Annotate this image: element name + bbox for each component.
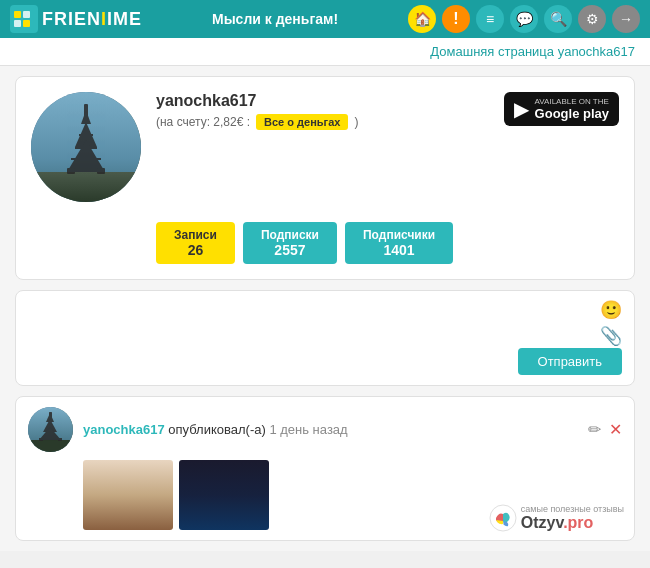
balance-close: ) xyxy=(354,115,358,129)
svg-rect-22 xyxy=(58,438,62,441)
svg-rect-11 xyxy=(97,168,105,174)
svg-rect-13 xyxy=(75,147,97,149)
stat-posts-label: Записи xyxy=(174,228,217,242)
send-button[interactable]: Отправить xyxy=(518,348,622,375)
svg-rect-3 xyxy=(23,20,30,27)
google-play-text: AVAILABLE ON THE Google play xyxy=(535,97,609,121)
menu-icon-btn[interactable]: ≡ xyxy=(476,5,504,33)
logo: FRIENIIME xyxy=(10,5,142,33)
attachment-icon[interactable]: 📎 xyxy=(600,325,622,347)
svg-rect-21 xyxy=(39,438,43,441)
logout-icon-btn[interactable]: → xyxy=(612,5,640,33)
logo-icon xyxy=(10,5,38,33)
gp-available-text: AVAILABLE ON THE xyxy=(535,97,609,106)
emoji-icon[interactable]: 🙂 xyxy=(600,299,622,321)
post-avatar xyxy=(28,407,73,452)
profile-info: yanochka617 (на счету: 2,82€ : Все о ден… xyxy=(156,92,489,130)
profile-name: yanochka617 xyxy=(156,92,489,110)
svg-rect-1 xyxy=(23,11,30,18)
balance-label: (на счету: 2,82€ : xyxy=(156,115,250,129)
search-icon-btn[interactable]: 🔍 xyxy=(544,5,572,33)
profile-stats: Записи 26 Подписки 2557 Подписчики 1401 xyxy=(156,222,619,264)
message-input[interactable] xyxy=(28,301,622,341)
post-action: опубликовал(-а) xyxy=(168,422,269,437)
header-slogan: Мысли к деньгам! xyxy=(142,11,408,27)
stat-followers-value: 1401 xyxy=(363,242,435,258)
home-icon-btn[interactable]: 🏠 xyxy=(408,5,436,33)
alert-icon-btn[interactable]: ! xyxy=(442,5,470,33)
stat-subs-value: 2557 xyxy=(261,242,319,258)
svg-rect-5 xyxy=(31,172,141,202)
send-button-wrap: Отправить xyxy=(28,348,622,375)
google-play-icon: ▶ xyxy=(514,97,529,121)
stat-posts-button[interactable]: Записи 26 xyxy=(156,222,235,264)
svg-rect-16 xyxy=(28,440,73,452)
sub-header: Домашняя страница yanochka617 xyxy=(0,38,650,66)
post: yanochka617 опубликовал(-а) 1 день назад… xyxy=(15,396,635,541)
watermark: самые полезные отзывы Otzyv.pro xyxy=(489,504,624,532)
chat-icon-btn[interactable]: 💬 xyxy=(510,5,538,33)
stat-subs-label: Подписки xyxy=(261,228,319,242)
stat-subscriptions-button[interactable]: Подписки 2557 xyxy=(243,222,337,264)
message-icons: 🙂 📎 xyxy=(600,299,622,347)
watermark-text: самые полезные отзывы xyxy=(521,504,624,514)
svg-rect-0 xyxy=(14,11,21,18)
avatar xyxy=(31,92,141,202)
balance-button[interactable]: Все о деньгах xyxy=(256,114,348,130)
header-icons: 🏠 ! ≡ 💬 🔍 ⚙ → xyxy=(408,5,640,33)
profile-card: yanochka617 (на счету: 2,82€ : Все о ден… xyxy=(15,76,635,280)
stat-followers-label: Подписчики xyxy=(363,228,435,242)
post-header: yanochka617 опубликовал(-а) 1 день назад… xyxy=(28,407,622,452)
post-avatar-image xyxy=(28,407,73,452)
svg-rect-12 xyxy=(79,134,93,136)
svg-rect-2 xyxy=(14,20,21,27)
page-title: Домашняя страница yanochka617 xyxy=(430,44,635,59)
watermark-brand: Otzyv.pro xyxy=(521,514,624,532)
profile-balance: (на счету: 2,82€ : Все о деньгах ) xyxy=(156,114,489,130)
avatar-image xyxy=(31,92,141,202)
edit-icon[interactable]: ✏ xyxy=(588,420,601,439)
post-meta: yanochka617 опубликовал(-а) 1 день назад xyxy=(83,422,578,437)
svg-rect-10 xyxy=(67,168,75,174)
post-image-1 xyxy=(83,460,173,530)
gp-name-text: Google play xyxy=(535,106,609,121)
stat-posts-value: 26 xyxy=(174,242,217,258)
post-username: yanochka617 xyxy=(83,422,165,437)
watermark-icon xyxy=(489,504,517,532)
profile-top: yanochka617 (на счету: 2,82€ : Все о ден… xyxy=(31,92,619,202)
message-box: 🙂 📎 Отправить xyxy=(15,290,635,386)
main-content: yanochka617 (на счету: 2,82€ : Все о ден… xyxy=(0,66,650,551)
post-actions: ✏ ✕ xyxy=(588,420,622,439)
logo-text: FRIENIIME xyxy=(42,9,142,30)
header: FRIENIIME Мысли к деньгам! 🏠 ! ≡ 💬 🔍 ⚙ → xyxy=(0,0,650,38)
delete-icon[interactable]: ✕ xyxy=(609,420,622,439)
stat-followers-button[interactable]: Подписчики 1401 xyxy=(345,222,453,264)
settings-icon-btn[interactable]: ⚙ xyxy=(578,5,606,33)
post-time: 1 день назад xyxy=(269,422,347,437)
post-image-2 xyxy=(179,460,269,530)
google-play-badge[interactable]: ▶ AVAILABLE ON THE Google play xyxy=(504,92,619,126)
svg-rect-14 xyxy=(71,158,101,160)
